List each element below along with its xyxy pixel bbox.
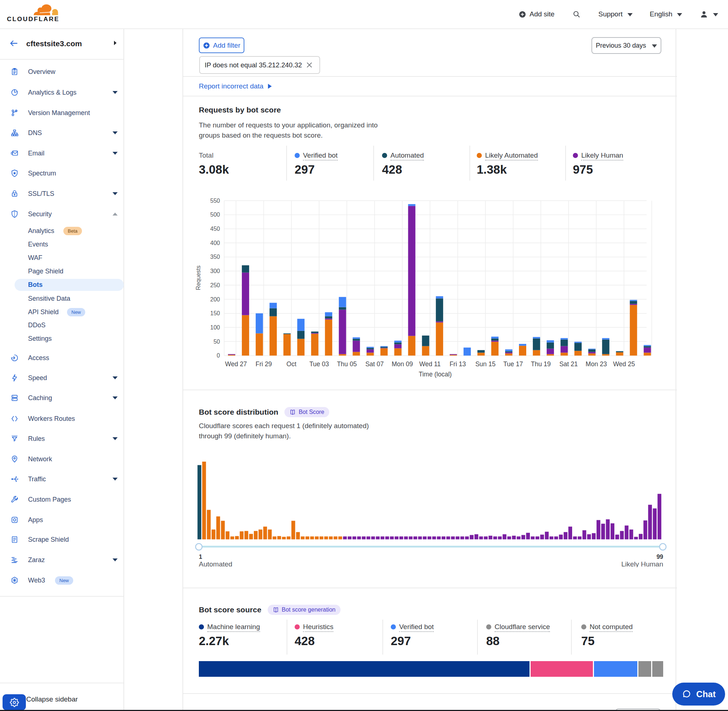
svg-text:300: 300 bbox=[210, 268, 220, 274]
svg-text:50: 50 bbox=[213, 339, 220, 345]
svg-text:Wed 25: Wed 25 bbox=[613, 360, 635, 368]
svg-text:Tue 03: Tue 03 bbox=[309, 360, 329, 368]
svg-text:550: 550 bbox=[210, 198, 220, 204]
svg-text:Likely Human: Likely Human bbox=[621, 560, 663, 567]
svg-text:Time (local): Time (local) bbox=[419, 370, 452, 378]
svg-text:CLOUDFLARE: CLOUDFLARE bbox=[7, 15, 59, 22]
svg-text:99: 99 bbox=[657, 553, 663, 560]
svg-text:200: 200 bbox=[210, 296, 220, 302]
svg-text:1: 1 bbox=[199, 553, 202, 560]
svg-text:Sat 07: Sat 07 bbox=[365, 360, 384, 368]
svg-text:Thu 19: Thu 19 bbox=[531, 360, 551, 368]
svg-text:Tue 17: Tue 17 bbox=[503, 360, 523, 368]
svg-text:Automated: Automated bbox=[199, 560, 232, 567]
svg-text:Oct: Oct bbox=[286, 360, 297, 368]
svg-text:450: 450 bbox=[210, 226, 220, 232]
svg-text:150: 150 bbox=[210, 310, 220, 316]
svg-text:Mon 23: Mon 23 bbox=[586, 360, 607, 368]
svg-text:Wed 11: Wed 11 bbox=[419, 360, 441, 368]
svg-text:100: 100 bbox=[210, 325, 220, 330]
svg-text:Mon 09: Mon 09 bbox=[391, 360, 413, 368]
svg-text:Fri 13: Fri 13 bbox=[449, 360, 466, 368]
svg-text:Thu 05: Thu 05 bbox=[337, 360, 357, 368]
svg-text:400: 400 bbox=[210, 240, 220, 246]
svg-text:Sat 21: Sat 21 bbox=[560, 360, 578, 368]
svg-text:Wed 27: Wed 27 bbox=[225, 360, 247, 368]
svg-text:Requests: Requests bbox=[195, 266, 201, 290]
svg-text:0: 0 bbox=[217, 353, 220, 358]
svg-text:500: 500 bbox=[210, 211, 220, 218]
svg-text:Fri 29: Fri 29 bbox=[255, 360, 272, 368]
svg-text:Sun 15: Sun 15 bbox=[475, 360, 495, 368]
svg-text:350: 350 bbox=[210, 254, 220, 260]
svg-text:250: 250 bbox=[210, 282, 220, 288]
